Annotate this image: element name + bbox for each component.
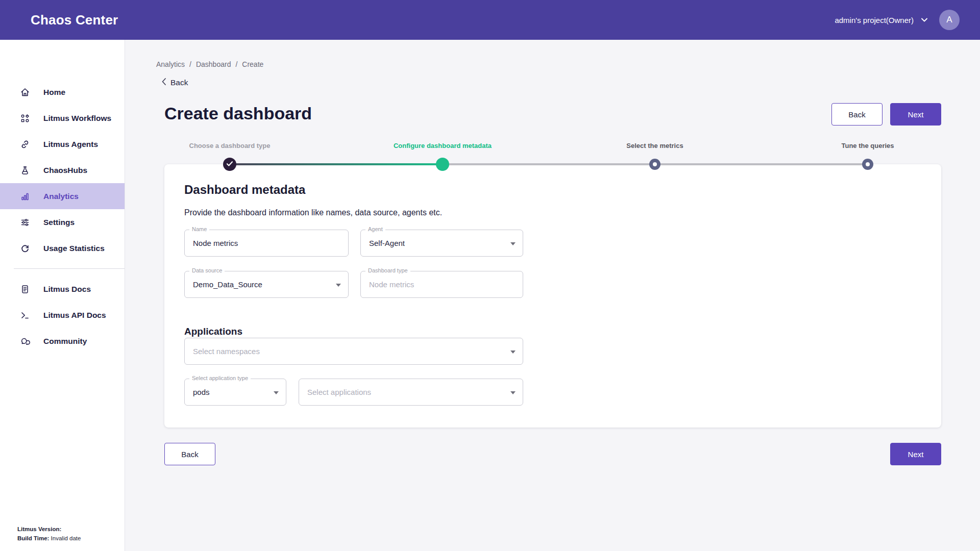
workflows-icon	[19, 113, 31, 124]
sidebar-item-label: Usage Statistics	[43, 244, 105, 253]
build-info: Litmus Version: Build Time: Invalid date	[17, 524, 81, 543]
agent-select[interactable]: Agent Self-Agent	[360, 230, 523, 257]
avatar-letter: A	[946, 15, 952, 25]
application-type-select-label: Select application type	[189, 375, 251, 381]
stepper-connector	[230, 163, 443, 165]
step-dot-hole	[866, 162, 870, 166]
caret-down-icon	[274, 391, 279, 394]
sidebar-item-label: Litmus Docs	[43, 285, 91, 294]
page-title: Create dashboard	[164, 104, 312, 123]
agents-icon	[19, 139, 31, 150]
applications-title: Applications	[184, 326, 242, 337]
docs-icon	[19, 284, 31, 295]
project-selector[interactable]: admin's project(Owner)	[835, 16, 928, 24]
sidebar-item-analytics[interactable]: Analytics	[0, 183, 125, 209]
breadcrumb: Analytics / Dashboard / Create	[156, 60, 263, 68]
usage-statistics-icon	[19, 243, 31, 254]
next-button-top[interactable]: Next	[890, 103, 941, 126]
analytics-icon	[19, 191, 31, 202]
back-button-bottom[interactable]: Back	[164, 443, 215, 465]
back-button-top[interactable]: Back	[831, 103, 883, 126]
applications-select[interactable]: Select applications	[299, 379, 523, 406]
caret-down-icon	[510, 391, 516, 394]
stepper-connector	[443, 163, 655, 165]
app-title: Chaos Center	[31, 12, 118, 28]
agent-select-label: Agent	[365, 226, 385, 232]
stepper-connector	[655, 163, 868, 165]
application-type-select[interactable]: Select application type pods	[184, 379, 286, 406]
agent-select-value: Self-Agent	[369, 239, 514, 247]
name-input[interactable]	[193, 239, 340, 247]
avatar[interactable]: A	[939, 10, 960, 30]
sidebar-item-label: Litmus API Docs	[43, 311, 106, 320]
step-label-choose-dashboard-type: Choose a dashboard type	[189, 142, 271, 149]
dashboard-metadata-card: Dashboard metadata Provide the dashboard…	[164, 164, 941, 428]
data-source-select-label: Data source	[189, 267, 225, 273]
namespaces-select-placeholder: Select namespaces	[193, 347, 260, 356]
back-link[interactable]: Back	[161, 78, 188, 88]
name-field: Name	[184, 230, 349, 257]
app-header: Chaos Center admin's project(Owner) A	[0, 0, 980, 40]
sidebar-item-usage-statistics[interactable]: Usage Statistics	[0, 235, 125, 261]
namespaces-select[interactable]: Select namespaces	[184, 338, 523, 365]
sidebar-item-litmus-api-docs[interactable]: Litmus API Docs	[0, 302, 125, 328]
sidebar-item-settings[interactable]: Settings	[0, 209, 125, 235]
breadcrumb-separator: /	[235, 60, 237, 68]
sidebar-item-home[interactable]: Home	[0, 79, 125, 105]
breadcrumb-dashboard[interactable]: Dashboard	[196, 60, 231, 68]
sidebar-item-label: Settings	[43, 218, 75, 227]
sidebar-item-label: Analytics	[43, 192, 79, 201]
step-dot-completed	[223, 158, 236, 171]
step-dot-pending	[649, 159, 660, 170]
step-label-tune-queries: Tune the queries	[841, 142, 894, 149]
name-field-label: Name	[189, 226, 209, 232]
sidebar-item-label: ChaosHubs	[43, 166, 87, 175]
step-dot-hole	[653, 162, 657, 166]
dashboard-type-field-label: Dashboard type	[365, 267, 410, 273]
chevron-down-icon	[921, 17, 928, 22]
section-description: Provide the dashboard information like n…	[184, 208, 442, 217]
caret-down-icon	[510, 350, 516, 354]
dashboard-type-field: Dashboard type	[360, 271, 523, 298]
sidebar-item-litmus-docs[interactable]: Litmus Docs	[0, 276, 125, 302]
sidebar-item-label: Home	[43, 88, 65, 97]
caret-down-icon	[336, 284, 341, 287]
sidebar-item-chaoshubs[interactable]: ChaosHubs	[0, 157, 125, 183]
settings-icon	[19, 217, 31, 228]
chevron-left-icon	[161, 78, 166, 88]
home-icon	[19, 87, 31, 98]
project-selector-label: admin's project(Owner)	[835, 16, 914, 24]
sidebar-item-community[interactable]: Community	[0, 328, 125, 354]
build-time-label: Build Time:	[17, 535, 49, 541]
sidebar-item-litmus-workflows[interactable]: Litmus Workflows	[0, 105, 125, 131]
applications-select-placeholder: Select applications	[307, 388, 371, 396]
sidebar-item-label: Litmus Agents	[43, 140, 98, 149]
sidebar: Home Litmus Workflows Litmus Agents Chao…	[0, 40, 125, 551]
step-label-configure-metadata: Configure dashboard metadata	[394, 142, 492, 149]
build-time-value: Invalid date	[49, 535, 81, 541]
check-icon	[226, 160, 233, 169]
breadcrumb-create: Create	[242, 60, 263, 68]
step-dot-pending	[862, 159, 873, 170]
litmus-version-label: Litmus Version:	[17, 526, 61, 532]
data-source-select-value: Demo_Data_Source	[193, 280, 340, 289]
step-dot-active	[436, 158, 449, 171]
data-source-select[interactable]: Data source Demo_Data_Source	[184, 271, 349, 298]
section-title: Dashboard metadata	[184, 183, 305, 197]
sidebar-divider	[14, 268, 125, 269]
api-docs-icon	[19, 310, 31, 321]
sidebar-item-label: Community	[43, 337, 87, 346]
sidebar-item-litmus-agents[interactable]: Litmus Agents	[0, 131, 125, 157]
next-button-bottom[interactable]: Next	[890, 443, 941, 465]
back-link-label: Back	[170, 78, 188, 87]
dashboard-type-input[interactable]	[369, 280, 514, 289]
chaoshubs-icon	[19, 165, 31, 176]
community-icon	[19, 336, 31, 347]
breadcrumb-separator: /	[189, 60, 191, 68]
application-type-select-value: pods	[193, 388, 278, 396]
breadcrumb-analytics[interactable]: Analytics	[156, 60, 185, 68]
sidebar-item-label: Litmus Workflows	[43, 114, 111, 123]
caret-down-icon	[510, 242, 516, 245]
step-label-select-metrics: Select the metrics	[626, 142, 683, 149]
